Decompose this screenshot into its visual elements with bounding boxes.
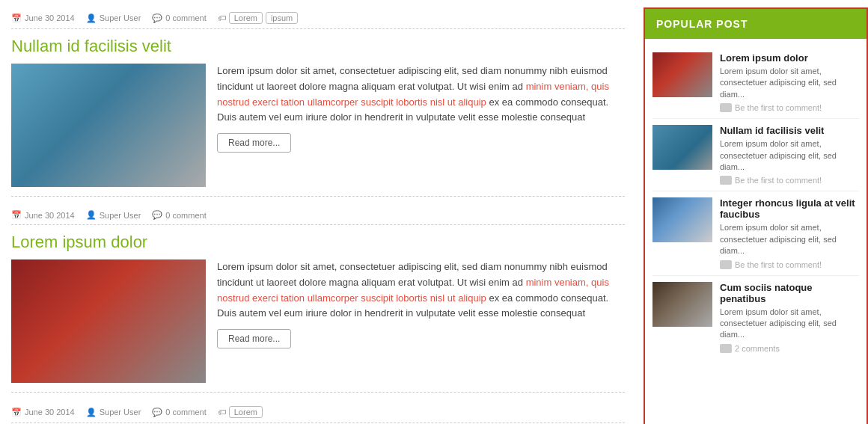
article-1-text: Lorem ipsum dolor sit amet, consectetuer… xyxy=(217,64,625,187)
sidebar-post-1-image xyxy=(652,52,712,97)
sidebar-post-4-comment: 2 comments xyxy=(720,344,859,353)
article-1-image xyxy=(11,64,206,187)
tags-wrapper-1: Lorem ipsum xyxy=(218,12,299,24)
sidebar-post-2-image xyxy=(652,125,712,170)
article-2: Lorem ipsum dolor Lorem ipsum dolor sit … xyxy=(11,233,625,383)
sidebar-post-2-title: Nullam id facilisis velit xyxy=(720,125,859,136)
sidebar-post-4-text: Lorem ipsum dolor sit amet, consectetuer… xyxy=(720,307,859,341)
calendar-icon-2 xyxy=(11,210,22,220)
article-1-body: Lorem ipsum dolor sit amet, consectetuer… xyxy=(11,64,625,187)
date-1: June 30 2014 xyxy=(11,13,75,23)
sidebar-post-3-text: Lorem ipsum dolor sit amet, consectetuer… xyxy=(720,222,859,256)
tags-3: Lorem xyxy=(229,406,263,418)
meta-bar-3: June 30 2014 Super User 0 comment Lorem xyxy=(11,402,625,423)
tag-lorem-3: Lorem xyxy=(229,406,263,418)
comment-icon-3 xyxy=(152,408,162,417)
comment-icon-2 xyxy=(152,210,162,220)
divider-1 xyxy=(11,196,625,197)
sidebar-post-1-comment: Be the first to comment! xyxy=(720,103,859,112)
comment-icon-1 xyxy=(152,13,162,23)
sidebar-post-4-title: Cum sociis natoque penatibus xyxy=(720,282,859,304)
tags-wrapper-3: Lorem xyxy=(218,406,263,418)
tag-lorem: Lorem xyxy=(229,12,263,24)
calendar-icon-1 xyxy=(11,13,22,23)
meta-bar-2: June 30 2014 Super User 0 comment xyxy=(11,206,625,225)
article-2-text: Lorem ipsum dolor sit amet, consectetuer… xyxy=(217,259,625,383)
sidebar-post-3[interactable]: Integer rhoncus ligula at velit faucibus… xyxy=(652,191,859,275)
sidebar-post-4[interactable]: Cum sociis natoque penatibus Lorem ipsum… xyxy=(652,276,859,359)
comments-3: 0 comment xyxy=(152,408,206,417)
sidebar-posts: Lorem ipsum dolor Lorem ipsum dolor sit … xyxy=(645,39,867,366)
sidebar-post-3-title: Integer rhoncus ligula at velit faucibus xyxy=(720,197,859,220)
sidebar-post-3-image xyxy=(652,197,712,242)
user-icon-2 xyxy=(86,210,97,220)
sidebar-header: POPULAR POST xyxy=(645,9,867,39)
sidebar-post-4-image xyxy=(652,282,712,327)
article-1-title: Nullam id facilisis velit xyxy=(11,37,625,56)
article-2-image xyxy=(11,259,206,383)
date-2: June 30 2014 xyxy=(11,210,75,220)
tag-icon-3 xyxy=(218,408,226,417)
comment-bubble-2 xyxy=(720,176,732,185)
comment-bubble-4 xyxy=(720,344,732,353)
read-more-2[interactable]: Read more... xyxy=(217,329,291,348)
article-1: Nullam id facilisis velit Lorem ipsum do… xyxy=(11,37,625,187)
article-2-title: Lorem ipsum dolor xyxy=(11,233,625,252)
date-3: June 30 2014 xyxy=(11,408,75,417)
read-more-1[interactable]: Read more... xyxy=(217,133,291,153)
sidebar-post-2[interactable]: Nullam id facilisis velit Lorem ipsum do… xyxy=(652,119,859,191)
user-3: Super User xyxy=(86,408,141,417)
comment-bubble-1 xyxy=(720,103,732,112)
sidebar-post-3-content: Integer rhoncus ligula at velit faucibus… xyxy=(720,197,859,268)
calendar-icon-3 xyxy=(11,408,22,417)
user-icon-1 xyxy=(86,13,97,23)
sidebar-post-4-content: Cum sociis natoque penatibus Lorem ipsum… xyxy=(720,282,859,353)
comment-bubble-3 xyxy=(720,260,732,269)
sidebar-post-2-content: Nullam id facilisis velit Lorem ipsum do… xyxy=(720,125,859,185)
comments-1: 0 comment xyxy=(152,13,206,23)
user-2: Super User xyxy=(86,210,141,220)
sidebar-post-1-text: Lorem ipsum dolor sit amet, consectetuer… xyxy=(720,66,859,100)
divider-2 xyxy=(11,392,625,393)
user-icon-3 xyxy=(86,408,97,417)
comments-2: 0 comment xyxy=(152,210,206,220)
sidebar-post-2-text: Lorem ipsum dolor sit amet, consectetuer… xyxy=(720,138,859,173)
sidebar-post-2-comment: Be the first to comment! xyxy=(720,176,859,185)
tags-1: Lorem ipsum xyxy=(229,12,299,24)
sidebar-post-3-comment: Be the first to comment! xyxy=(720,260,859,269)
article-2-body: Lorem ipsum dolor sit amet, consectetuer… xyxy=(11,259,625,383)
main-content: June 30 2014 Super User 0 comment Lorem … xyxy=(0,7,636,424)
meta-bar-1: June 30 2014 Super User 0 comment Lorem … xyxy=(11,7,625,29)
sidebar-post-1-title: Lorem ipsum dolor xyxy=(720,52,859,64)
sidebar-post-1[interactable]: Lorem ipsum dolor Lorem ipsum dolor sit … xyxy=(652,46,859,119)
tag-ipsum: ipsum xyxy=(266,12,298,24)
tag-icon-1 xyxy=(218,13,226,22)
sidebar: POPULAR POST Lorem ipsum dolor Lorem ips… xyxy=(644,7,868,424)
sidebar-post-1-content: Lorem ipsum dolor Lorem ipsum dolor sit … xyxy=(720,52,859,112)
user-1: Super User xyxy=(86,13,141,23)
